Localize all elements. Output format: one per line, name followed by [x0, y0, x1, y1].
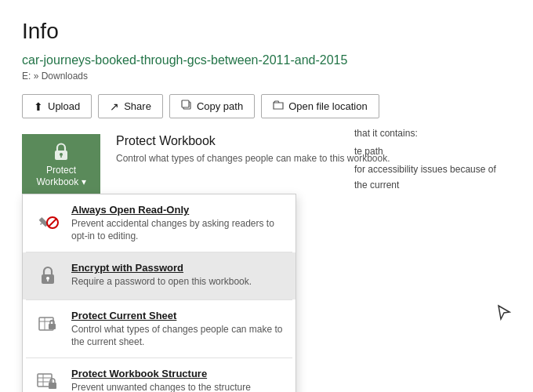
protect-workbook-structure-title: Protect Workbook Structure	[71, 368, 285, 379]
toolbar: ⬆ Upload ↗ Share Copy path Open	[22, 94, 511, 118]
protect-section: Protect Workbook ▾	[22, 134, 100, 194]
main-content: Protect Workbook ▾	[22, 134, 511, 194]
right-panel-row-2: te path	[354, 144, 511, 159]
protect-button-label: Protect Workbook ▾	[36, 165, 85, 187]
open-file-location-button[interactable]: Open file location	[261, 94, 379, 118]
encrypt-with-password-desc: Require a password to open this workbook…	[71, 276, 285, 289]
copy-icon	[181, 100, 192, 113]
right-panel-row-1: that it contains:	[354, 126, 511, 141]
protect-current-sheet-desc: Control what types of changes people can…	[71, 324, 285, 348]
protect-current-sheet-item[interactable]: Protect Current Sheet Control what types…	[23, 300, 296, 358]
always-open-read-only-item[interactable]: Always Open Read-Only Prevent accidental…	[23, 194, 296, 252]
copy-path-label: Copy path	[197, 100, 243, 112]
protect-current-sheet-title: Protect Current Sheet	[71, 310, 285, 321]
svg-point-3	[60, 153, 63, 156]
copy-path-button[interactable]: Copy path	[169, 94, 255, 118]
page-title: Info	[22, 19, 511, 44]
protect-workbook-button[interactable]: Protect Workbook ▾	[22, 134, 100, 194]
upload-icon: ⬆	[34, 100, 43, 113]
right-panel-row-3: for accessibility issues because of the …	[354, 162, 511, 192]
folder-icon	[273, 100, 284, 113]
protect-dropdown-menu: Always Open Read-Only Prevent accidental…	[22, 194, 296, 392]
share-button[interactable]: ↗ Share	[98, 94, 163, 118]
protect-workbook-structure-desc: Prevent unwanted changes to the structur…	[71, 382, 285, 392]
open-file-location-label: Open file location	[288, 100, 367, 112]
protect-sheet-icon	[34, 310, 62, 338]
right-panel: that it contains: te path for accessibil…	[354, 126, 511, 196]
encrypt-with-password-item[interactable]: Encrypt with Password Require a password…	[23, 252, 296, 299]
svg-rect-19	[49, 383, 56, 389]
read-only-icon	[34, 204, 62, 232]
cursor	[497, 304, 511, 325]
always-open-read-only-desc: Prevent accidental changes by asking rea…	[71, 218, 285, 242]
share-icon: ↗	[110, 100, 119, 113]
protect-workbook-structure-item[interactable]: Protect Workbook Structure Prevent unwan…	[23, 358, 296, 392]
share-label: Share	[124, 100, 151, 112]
file-name: car-journeys-booked-through-gcs-between-…	[22, 53, 511, 67]
svg-point-9	[46, 277, 49, 280]
always-open-read-only-title: Always Open Read-Only	[71, 204, 285, 216]
file-path: E: » Downloads	[22, 71, 511, 82]
svg-rect-14	[49, 324, 56, 329]
encrypt-icon	[34, 262, 62, 290]
upload-label: Upload	[48, 100, 80, 112]
encrypt-with-password-title: Encrypt with Password	[71, 262, 285, 274]
svg-rect-1	[182, 100, 189, 107]
protect-structure-icon	[34, 368, 62, 392]
upload-button[interactable]: ⬆ Upload	[22, 94, 92, 118]
lock-icon	[50, 140, 72, 165]
